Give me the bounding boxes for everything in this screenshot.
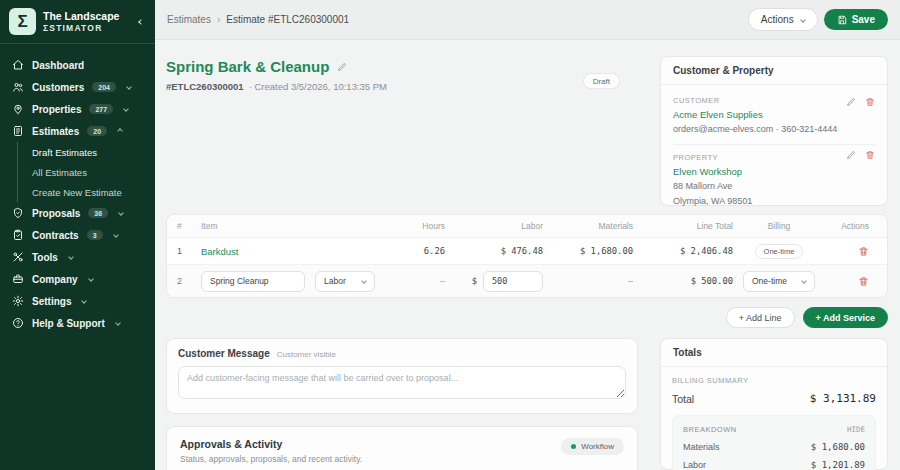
estimate-header: Spring Bark & Cleanup #ETLC260300001 · C… xyxy=(166,56,638,206)
breakdown-row-labor: Labor $ 1,201.89 xyxy=(683,460,865,470)
sidebar-item-settings[interactable]: Settings xyxy=(0,290,155,312)
workflow-badge: Workflow xyxy=(561,438,624,455)
save-button[interactable]: Save xyxy=(824,9,888,30)
column-header-labor: Labor xyxy=(445,221,543,231)
trash-icon xyxy=(865,150,875,160)
trash-icon xyxy=(865,97,875,107)
brand-logo: Σ xyxy=(9,8,36,35)
property-address-line1: 88 Mallorn Ave xyxy=(673,180,875,192)
column-header-actions: Actions xyxy=(825,221,877,231)
add-line-button[interactable]: + Add Line xyxy=(726,307,795,328)
customer-section: CUSTOMER Acme Elven Supplies orders@acme… xyxy=(673,92,875,144)
status-badge: Draft xyxy=(583,73,620,89)
property-name-link[interactable]: Elven Workshop xyxy=(673,166,875,177)
users-icon xyxy=(12,81,24,93)
brand-subname: ΣSTIMATOR xyxy=(43,23,119,33)
content: Spring Bark & Cleanup #ETLC260300001 · C… xyxy=(155,40,900,470)
hide-breakdown-button[interactable]: HIDE xyxy=(847,425,865,434)
customers-count-badge: 204 xyxy=(92,82,116,92)
actions-button[interactable]: Actions xyxy=(748,8,818,31)
breakdown-row-value: $ 1,680.00 xyxy=(811,442,865,452)
sidebar-item-label: Help & Support xyxy=(32,318,105,329)
shield-check-icon xyxy=(12,207,24,219)
row-number: 1 xyxy=(177,246,201,256)
page-title: Spring Bark & Cleanup xyxy=(166,58,329,75)
sidebar-subitem-all-estimates[interactable]: All Estimates xyxy=(18,162,155,182)
sidebar-item-customers[interactable]: Customers 204 xyxy=(0,76,155,98)
customer-message-title: Customer Message xyxy=(178,348,270,359)
help-circle-icon xyxy=(12,317,24,329)
sidebar-item-help-support[interactable]: Help & Support xyxy=(0,312,155,334)
line-items-table: # Item Hours Labor Materials Line Total … xyxy=(166,214,888,298)
estimates-submenu: Draft Estimates All Estimates Create New… xyxy=(17,142,155,202)
sidebar-item-estimates[interactable]: Estimates 20 xyxy=(0,120,155,142)
labor-amount-input[interactable] xyxy=(483,271,543,292)
sidebar-item-dashboard[interactable]: Dashboard xyxy=(0,54,155,76)
customer-message-textarea[interactable] xyxy=(178,366,626,399)
chevron-down-icon xyxy=(116,321,120,325)
column-header-line-total: Line Total xyxy=(633,221,733,231)
chevron-down-icon xyxy=(124,107,128,111)
customer-contact: orders@acme-elves.com · 360-321-4444 xyxy=(673,123,875,135)
sidebar-item-label: Estimates xyxy=(32,126,79,137)
breakdown-row-label: Labor xyxy=(683,460,706,470)
edit-property-button[interactable] xyxy=(846,150,856,160)
breakdown-label: BREAKDOWN xyxy=(683,425,737,434)
sidebar-item-label: Proposals xyxy=(32,208,80,219)
property-label: PROPERTY xyxy=(673,153,875,162)
home-icon xyxy=(12,59,24,71)
sidebar-item-tools[interactable]: Tools xyxy=(0,246,155,268)
edit-title-button[interactable] xyxy=(337,62,347,72)
breadcrumb-estimates[interactable]: Estimates xyxy=(167,14,211,25)
item-link-barkdust[interactable]: Barkdust xyxy=(201,246,239,257)
column-header-num: # xyxy=(177,221,201,231)
sidebar-collapse-button[interactable] xyxy=(137,18,145,26)
sidebar-item-company[interactable]: Company xyxy=(0,268,155,290)
sidebar-subitem-create-new-estimate[interactable]: Create New Estimate xyxy=(18,182,155,202)
sidebar-item-properties[interactable]: Properties 277 xyxy=(0,98,155,120)
trash-icon xyxy=(858,246,869,257)
tools-icon xyxy=(12,251,24,263)
breadcrumb-current: Estimate #ETLC260300001 xyxy=(226,14,349,25)
hours-value: 6.26 xyxy=(375,246,445,256)
customer-name-link[interactable]: Acme Elven Supplies xyxy=(673,109,875,120)
remove-customer-button[interactable] xyxy=(865,97,875,107)
document-icon xyxy=(12,125,24,137)
billing-select[interactable]: One-time xyxy=(743,271,815,292)
gear-icon xyxy=(12,295,24,307)
estimates-count-badge: 20 xyxy=(87,126,107,136)
save-button-label: Save xyxy=(852,14,875,25)
column-header-materials: Materials xyxy=(543,221,633,231)
pencil-icon xyxy=(846,150,856,160)
contracts-count-badge: 3 xyxy=(87,230,103,240)
breakdown-row-label: Materials xyxy=(683,442,720,452)
add-service-button[interactable]: + Add Service xyxy=(803,307,888,328)
item-type-value: Labor xyxy=(324,276,346,286)
hours-empty: – xyxy=(375,276,445,286)
column-header-hours: Hours xyxy=(375,221,445,231)
actions-button-label: Actions xyxy=(761,14,794,25)
currency-symbol: $ xyxy=(472,276,477,286)
remove-property-button[interactable] xyxy=(865,150,875,160)
estimate-created: · Created 3/5/2026, 10:13:35 PM xyxy=(249,81,387,92)
delete-line-button[interactable] xyxy=(858,246,869,257)
sidebar-item-label: Settings xyxy=(32,296,71,307)
item-name-input[interactable] xyxy=(201,271,305,292)
chevron-down-icon xyxy=(114,233,118,237)
properties-count-badge: 277 xyxy=(89,104,113,114)
edit-customer-button[interactable] xyxy=(846,97,856,107)
approvals-title: Approvals & Activity xyxy=(180,438,362,450)
table-row: 1 Barkdust 6.26 $ 476.48 $ 1,680.00 $ 2,… xyxy=(167,238,887,264)
table-actions-row: + Add Line + Add Service xyxy=(166,307,888,328)
item-type-select[interactable]: Labor xyxy=(315,271,375,292)
pencil-icon xyxy=(337,62,347,72)
materials-empty: – xyxy=(543,276,633,286)
pencil-icon xyxy=(846,97,856,107)
sidebar-item-proposals[interactable]: Proposals 36 xyxy=(0,202,155,224)
sidebar-subitem-draft-estimates[interactable]: Draft Estimates xyxy=(18,142,155,162)
billing-badge: One-time xyxy=(755,244,804,259)
sidebar-item-contracts[interactable]: Contracts 3 xyxy=(0,224,155,246)
breakdown-row-materials: Materials $ 1,680.00 xyxy=(683,442,865,452)
breakdown-row-value: $ 1,201.89 xyxy=(811,460,865,470)
delete-line-button[interactable] xyxy=(858,276,869,287)
